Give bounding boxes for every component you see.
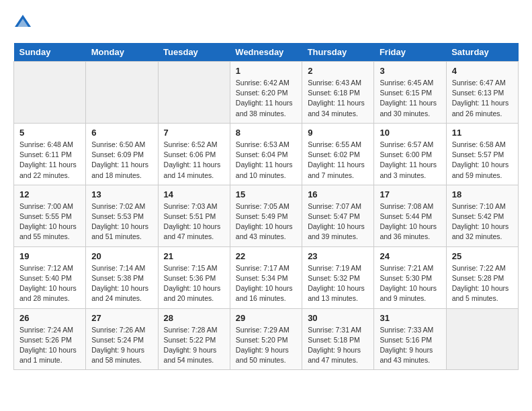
day-cell: 13Sunrise: 7:02 AM Sunset: 5:53 PM Dayli… (86, 185, 158, 246)
day-cell (14, 62, 86, 124)
day-info: Sunrise: 7:08 AM Sunset: 5:44 PM Dayligh… (380, 201, 440, 242)
day-info: Sunrise: 7:29 AM Sunset: 5:20 PM Dayligh… (236, 325, 296, 366)
day-info: Sunrise: 6:48 AM Sunset: 6:11 PM Dayligh… (19, 140, 80, 181)
day-cell: 24Sunrise: 7:21 AM Sunset: 5:30 PM Dayli… (374, 246, 446, 308)
day-number: 13 (91, 189, 152, 199)
day-info: Sunrise: 7:07 AM Sunset: 5:47 PM Dayligh… (308, 201, 368, 242)
week-row-3: 12Sunrise: 7:00 AM Sunset: 5:55 PM Dayli… (14, 185, 519, 246)
day-number: 3 (380, 66, 440, 76)
day-cell: 21Sunrise: 7:15 AM Sunset: 5:36 PM Dayli… (158, 246, 230, 308)
day-info: Sunrise: 6:57 AM Sunset: 6:00 PM Dayligh… (380, 140, 440, 181)
day-cell: 4Sunrise: 6:47 AM Sunset: 6:13 PM Daylig… (446, 62, 518, 124)
day-number: 24 (380, 251, 440, 261)
day-info: Sunrise: 6:53 AM Sunset: 6:04 PM Dayligh… (236, 140, 296, 181)
day-info: Sunrise: 7:24 AM Sunset: 5:26 PM Dayligh… (19, 325, 80, 366)
weekday-header-wednesday: Wednesday (230, 43, 302, 62)
day-number: 9 (308, 128, 368, 138)
weekday-header-saturday: Saturday (446, 43, 518, 62)
calendar-table: SundayMondayTuesdayWednesdayThursdayFrid… (13, 43, 519, 370)
day-cell: 23Sunrise: 7:19 AM Sunset: 5:32 PM Dayli… (302, 246, 374, 308)
week-row-5: 26Sunrise: 7:24 AM Sunset: 5:26 PM Dayli… (14, 308, 519, 370)
day-info: Sunrise: 7:26 AM Sunset: 5:24 PM Dayligh… (91, 325, 152, 366)
day-number: 12 (19, 189, 80, 199)
day-cell: 18Sunrise: 7:10 AM Sunset: 5:42 PM Dayli… (446, 185, 518, 246)
day-info: Sunrise: 7:17 AM Sunset: 5:34 PM Dayligh… (236, 263, 296, 304)
day-number: 31 (380, 313, 440, 323)
day-cell: 26Sunrise: 7:24 AM Sunset: 5:26 PM Dayli… (14, 308, 86, 370)
day-number: 8 (236, 128, 296, 138)
day-number: 11 (452, 128, 513, 138)
week-row-1: 1Sunrise: 6:42 AM Sunset: 6:20 PM Daylig… (14, 62, 519, 124)
day-number: 17 (380, 189, 440, 199)
day-info: Sunrise: 7:00 AM Sunset: 5:55 PM Dayligh… (19, 201, 80, 242)
day-info: Sunrise: 7:14 AM Sunset: 5:38 PM Dayligh… (91, 263, 152, 304)
day-number: 19 (19, 251, 80, 261)
week-row-4: 19Sunrise: 7:12 AM Sunset: 5:40 PM Dayli… (14, 246, 519, 308)
day-info: Sunrise: 6:45 AM Sunset: 6:15 PM Dayligh… (380, 78, 440, 119)
day-cell: 17Sunrise: 7:08 AM Sunset: 5:44 PM Dayli… (374, 185, 446, 246)
day-cell: 20Sunrise: 7:14 AM Sunset: 5:38 PM Dayli… (86, 246, 158, 308)
logo (13, 13, 35, 32)
page-header (13, 13, 519, 32)
day-info: Sunrise: 7:02 AM Sunset: 5:53 PM Dayligh… (91, 201, 152, 242)
day-number: 5 (19, 128, 80, 138)
day-cell: 9Sunrise: 6:55 AM Sunset: 6:02 PM Daylig… (302, 123, 374, 185)
day-cell: 25Sunrise: 7:22 AM Sunset: 5:28 PM Dayli… (446, 246, 518, 308)
day-cell: 6Sunrise: 6:50 AM Sunset: 6:09 PM Daylig… (86, 123, 158, 185)
day-cell: 15Sunrise: 7:05 AM Sunset: 5:49 PM Dayli… (230, 185, 302, 246)
day-number: 27 (91, 313, 152, 323)
weekday-header-monday: Monday (86, 43, 158, 62)
day-number: 28 (164, 313, 224, 323)
weekday-header-friday: Friday (374, 43, 446, 62)
day-info: Sunrise: 7:33 AM Sunset: 5:16 PM Dayligh… (380, 325, 440, 366)
day-info: Sunrise: 7:03 AM Sunset: 5:51 PM Dayligh… (164, 201, 224, 242)
day-info: Sunrise: 7:12 AM Sunset: 5:40 PM Dayligh… (19, 263, 80, 304)
weekday-header-sunday: Sunday (14, 43, 86, 62)
day-cell: 30Sunrise: 7:31 AM Sunset: 5:18 PM Dayli… (302, 308, 374, 370)
day-info: Sunrise: 7:21 AM Sunset: 5:30 PM Dayligh… (380, 263, 440, 304)
day-cell (86, 62, 158, 124)
day-info: Sunrise: 6:55 AM Sunset: 6:02 PM Dayligh… (308, 140, 368, 181)
day-number: 26 (19, 313, 80, 323)
day-cell: 10Sunrise: 6:57 AM Sunset: 6:00 PM Dayli… (374, 123, 446, 185)
day-cell (158, 62, 230, 124)
day-info: Sunrise: 6:47 AM Sunset: 6:13 PM Dayligh… (452, 78, 513, 119)
week-row-2: 5Sunrise: 6:48 AM Sunset: 6:11 PM Daylig… (14, 123, 519, 185)
day-info: Sunrise: 7:19 AM Sunset: 5:32 PM Dayligh… (308, 263, 368, 304)
day-number: 30 (308, 313, 368, 323)
day-cell: 7Sunrise: 6:52 AM Sunset: 6:06 PM Daylig… (158, 123, 230, 185)
day-cell: 1Sunrise: 6:42 AM Sunset: 6:20 PM Daylig… (230, 62, 302, 124)
day-cell: 5Sunrise: 6:48 AM Sunset: 6:11 PM Daylig… (14, 123, 86, 185)
day-cell: 11Sunrise: 6:58 AM Sunset: 5:57 PM Dayli… (446, 123, 518, 185)
day-info: Sunrise: 6:42 AM Sunset: 6:20 PM Dayligh… (236, 78, 296, 119)
day-cell: 14Sunrise: 7:03 AM Sunset: 5:51 PM Dayli… (158, 185, 230, 246)
day-info: Sunrise: 6:43 AM Sunset: 6:18 PM Dayligh… (308, 78, 368, 119)
day-number: 25 (452, 251, 513, 261)
day-cell: 29Sunrise: 7:29 AM Sunset: 5:20 PM Dayli… (230, 308, 302, 370)
day-number: 20 (91, 251, 152, 261)
day-info: Sunrise: 7:15 AM Sunset: 5:36 PM Dayligh… (164, 263, 224, 304)
day-info: Sunrise: 6:58 AM Sunset: 5:57 PM Dayligh… (452, 140, 513, 181)
day-number: 15 (236, 189, 296, 199)
day-cell: 31Sunrise: 7:33 AM Sunset: 5:16 PM Dayli… (374, 308, 446, 370)
day-number: 29 (236, 313, 296, 323)
logo-icon (13, 13, 32, 32)
day-number: 18 (452, 189, 513, 199)
day-number: 1 (236, 66, 296, 76)
day-number: 2 (308, 66, 368, 76)
day-number: 16 (308, 189, 368, 199)
day-info: Sunrise: 7:05 AM Sunset: 5:49 PM Dayligh… (236, 201, 296, 242)
day-info: Sunrise: 7:10 AM Sunset: 5:42 PM Dayligh… (452, 201, 513, 242)
day-number: 7 (164, 128, 224, 138)
day-number: 10 (380, 128, 440, 138)
weekday-header-tuesday: Tuesday (158, 43, 230, 62)
day-cell: 19Sunrise: 7:12 AM Sunset: 5:40 PM Dayli… (14, 246, 86, 308)
day-number: 14 (164, 189, 224, 199)
weekday-header-thursday: Thursday (302, 43, 374, 62)
day-cell (446, 308, 518, 370)
day-number: 21 (164, 251, 224, 261)
day-cell: 22Sunrise: 7:17 AM Sunset: 5:34 PM Dayli… (230, 246, 302, 308)
day-info: Sunrise: 7:28 AM Sunset: 5:22 PM Dayligh… (164, 325, 224, 366)
day-cell: 28Sunrise: 7:28 AM Sunset: 5:22 PM Dayli… (158, 308, 230, 370)
day-info: Sunrise: 7:22 AM Sunset: 5:28 PM Dayligh… (452, 263, 513, 304)
